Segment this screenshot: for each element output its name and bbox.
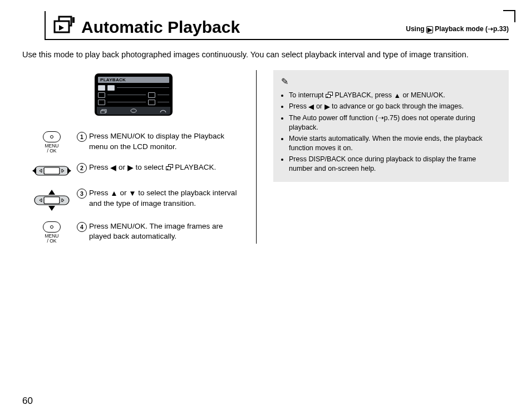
title-bar: Automatic Playback Using ▶ Playback mode… <box>46 11 509 40</box>
notes-list: To interrupt PLAYBACK, press ▲ or MENU/O… <box>281 91 501 174</box>
step-2-text: Press ◀ or ▶ to select PLAYBACK. <box>89 162 245 179</box>
ok-label: / OK <box>47 149 56 154</box>
note-item: Press DISP/BACK once during playback to … <box>289 155 501 174</box>
svg-marker-9 <box>32 168 36 174</box>
header-mode-ref: Using ▶ Playback mode (➝p.33) <box>406 25 509 36</box>
step-2-button-illustration <box>27 162 77 179</box>
step-3-button-illustration <box>27 188 77 213</box>
manual-page: Automatic Playback Using ▶ Playback mode… <box>0 0 531 420</box>
lcd-nav-right-icon <box>159 108 167 113</box>
step-4-text: Press MENU/OK. The image frames are play… <box>89 221 245 244</box>
content-block: Automatic Playback Using ▶ Playback mode… <box>45 11 509 40</box>
step-number-1: 1 <box>77 132 87 142</box>
note-item: Movie starts automatically. When the mov… <box>289 134 501 154</box>
svg-marker-16 <box>48 206 55 211</box>
right-column: ✎ To interrupt PLAYBACK, press ▲ or MENU… <box>256 70 509 244</box>
step-number-4: 4 <box>77 222 87 232</box>
intro-paragraph: Use this mode to play back photographed … <box>22 49 509 60</box>
svg-rect-14 <box>44 197 60 204</box>
step-4-button-illustration: MENU / OK <box>27 221 77 244</box>
left-column: PLAYBACK MENU / OK <box>22 70 256 244</box>
note-item: Press ◀ or ▶ to advance or go back throu… <box>289 102 501 112</box>
svg-marker-15 <box>48 190 55 195</box>
down-arrow-icon: ▼ <box>129 189 136 199</box>
note-pencil-icon: ✎ <box>281 76 501 88</box>
svg-rect-5 <box>101 111 105 113</box>
two-column-layout: PLAYBACK MENU / OK <box>22 70 509 244</box>
left-arrow-icon: ◀ <box>308 102 314 112</box>
header-right-pre: Using <box>406 25 426 33</box>
step-1-button-illustration: MENU / OK <box>27 131 77 154</box>
ok-label: / OK <box>47 239 56 244</box>
svg-marker-10 <box>67 168 71 174</box>
header-right-post: Playback mode (➝p.33) <box>433 25 509 33</box>
menu-ok-button-icon <box>43 221 61 233</box>
note-item: To interrupt PLAYBACK, press ▲ or MENU/O… <box>289 91 501 101</box>
notes-box: ✎ To interrupt PLAYBACK, press ▲ or MENU… <box>273 70 509 181</box>
playback-mode-icon: ▶ <box>426 26 433 33</box>
svg-point-6 <box>131 109 136 112</box>
lcd-screen-illustration: PLAYBACK <box>95 73 173 116</box>
menu-ok-button-icon <box>43 131 61 142</box>
page-title: Automatic Playback <box>81 18 406 36</box>
slideshow-small-icon <box>326 92 333 98</box>
step-1-text: Press MENU/OK to display the Playback me… <box>89 131 245 154</box>
dpad-up-down-icon <box>30 188 74 213</box>
up-arrow-icon: ▲ <box>394 91 401 101</box>
page-number: 60 <box>22 396 33 407</box>
lcd-menu-title: PLAYBACK <box>98 77 169 83</box>
step-number-2: 2 <box>77 163 87 173</box>
svg-rect-8 <box>44 167 60 174</box>
slideshow-small-icon <box>166 164 173 170</box>
note-item: The Auto power off function (➝p.75) does… <box>289 113 501 133</box>
right-arrow-icon: ▶ <box>127 163 134 173</box>
steps-list: MENU / OK 1 Press MENU/OK to display the… <box>27 131 245 244</box>
dpad-left-right-icon <box>30 162 74 179</box>
step-number-3: 3 <box>77 189 87 199</box>
up-arrow-icon: ▲ <box>110 189 117 199</box>
lcd-nav-left-icon <box>100 108 108 113</box>
right-arrow-icon: ▶ <box>324 102 330 112</box>
slideshow-stack-icon <box>51 16 76 36</box>
step-3-text: Press ▲ or ▼ to select the playback inte… <box>89 188 245 213</box>
left-arrow-icon: ◀ <box>110 163 116 173</box>
lcd-illustration-wrap: PLAYBACK <box>22 73 245 116</box>
svg-rect-3 <box>72 17 75 23</box>
lcd-nav-mid-icon <box>130 108 137 113</box>
